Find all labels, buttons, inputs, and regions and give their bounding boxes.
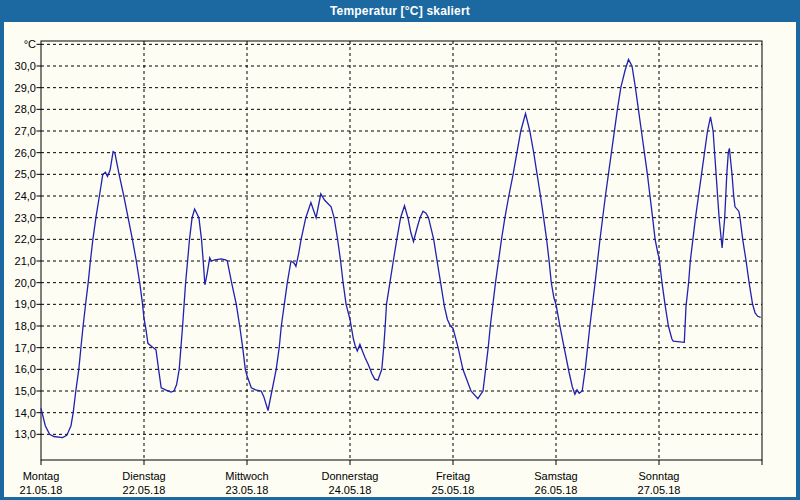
- day-date-label: 25.05.18: [432, 484, 475, 496]
- day-name-label: Samstag: [534, 470, 577, 482]
- day-name-label: Mittwoch: [225, 470, 268, 482]
- day-name-label: Dienstag: [122, 470, 165, 482]
- y-tick-label: 19,0: [15, 298, 36, 310]
- day-date-label: 21.05.18: [20, 484, 63, 496]
- y-tick-label: 16,0: [15, 363, 36, 375]
- y-axis-unit-label: °C: [24, 38, 36, 50]
- y-tick-label: 25,0: [15, 168, 36, 180]
- day-name-label: Montag: [23, 470, 60, 482]
- temperature-trend-chart: 13,014,015,016,017,018,019,020,021,022,0…: [0, 0, 800, 500]
- day-name-label: Donnerstag: [322, 470, 379, 482]
- day-date-label: 23.05.18: [226, 484, 269, 496]
- y-tick-label: 18,0: [15, 320, 36, 332]
- y-tick-label: 13,0: [15, 428, 36, 440]
- y-tick-label: 30,0: [15, 60, 36, 72]
- y-tick-label: 23,0: [15, 212, 36, 224]
- y-tick-label: 22,0: [15, 233, 36, 245]
- axis-ticks: [37, 44, 763, 465]
- day-name-label: Sonntag: [639, 470, 680, 482]
- day-date-label: 26.05.18: [535, 484, 578, 496]
- y-tick-label: 21,0: [15, 255, 36, 267]
- y-tick-label: 26,0: [15, 147, 36, 159]
- y-tick-label: 15,0: [15, 385, 36, 397]
- y-tick-label: 17,0: [15, 342, 36, 354]
- gridlines: [41, 41, 762, 460]
- day-date-label: 27.05.18: [638, 484, 681, 496]
- plot-border: [41, 41, 762, 460]
- day-date-label: 22.05.18: [123, 484, 166, 496]
- x-axis-labels: Montag21.05.18Dienstag22.05.18Mittwoch23…: [20, 470, 681, 496]
- day-name-label: Freitag: [436, 470, 470, 482]
- y-tick-label: 29,0: [15, 82, 36, 94]
- y-tick-label: 20,0: [15, 277, 36, 289]
- y-tick-label: 14,0: [15, 407, 36, 419]
- y-axis-labels: 13,014,015,016,017,018,019,020,021,022,0…: [15, 38, 36, 440]
- day-date-label: 24.05.18: [329, 484, 372, 496]
- temperature-line: [41, 60, 761, 438]
- y-tick-label: 27,0: [15, 125, 36, 137]
- y-tick-label: 28,0: [15, 103, 36, 115]
- y-tick-label: 24,0: [15, 190, 36, 202]
